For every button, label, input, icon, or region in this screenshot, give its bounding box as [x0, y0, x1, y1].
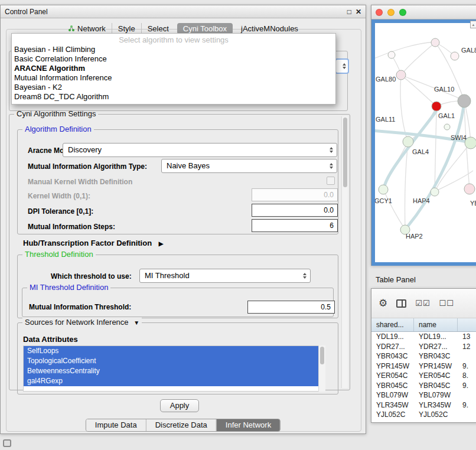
aracne-mode-dropdown[interactable]: Discovery	[63, 143, 337, 157]
network-node[interactable]	[464, 184, 475, 194]
table-header: shared... name	[371, 318, 476, 332]
tab-cyni-toolbox[interactable]: Cyni Toolbox	[177, 23, 233, 34]
attribute-item-selected[interactable]: gal4RGexp	[24, 376, 325, 386]
gear-icon[interactable]: ⚙	[379, 297, 387, 309]
table-row[interactable]: YJL052CYJL052C	[371, 410, 476, 420]
kernel-width-field[interactable]: 0.0	[252, 188, 338, 201]
close-icon[interactable]: ✕	[356, 8, 361, 16]
network-node[interactable]	[444, 124, 450, 130]
stepper-arrows-icon	[330, 163, 333, 169]
tab-infer-network[interactable]: Infer Network	[216, 419, 280, 431]
control-panel-titlebar[interactable]: Control Panel □ ✕	[1, 5, 366, 18]
group-title: MI Threshold Definition	[27, 283, 110, 292]
network-node[interactable]	[403, 136, 413, 147]
table-cell: YBR045C	[371, 381, 414, 391]
attribute-item-selected[interactable]: TopologicalCoefficient	[24, 356, 325, 366]
dropdown-value: Discovery	[68, 145, 102, 154]
table-cell	[458, 351, 476, 361]
mi-algorithm-type-dropdown[interactable]: Naive Bayes	[161, 159, 337, 173]
tab-label: jActiveMNodules	[241, 24, 298, 33]
control-panel-window: Control Panel □ ✕ Network Style Select C	[0, 5, 366, 434]
mi-threshold-field[interactable]: 0.5	[247, 301, 335, 314]
dropdown-placeholder: Select algorithm to view settings	[12, 35, 335, 45]
tab-style[interactable]: Style	[112, 23, 141, 34]
network-node[interactable]	[379, 185, 388, 194]
column-header[interactable]	[458, 318, 476, 331]
stepper-arrows-icon	[343, 63, 346, 69]
deselect-all-icon[interactable]: ☐☐	[439, 299, 454, 308]
which-threshold-dropdown[interactable]: MI Threshold	[139, 269, 311, 283]
table-row[interactable]: YBR043CYBR043C	[371, 351, 476, 361]
settings-scrollbar[interactable]	[341, 116, 348, 388]
table-body: YDL19...YDL19...13YDR27...YDR27...12YBR0…	[371, 332, 476, 422]
sources-group-title[interactable]: Sources for Network Inference ▼	[22, 318, 142, 327]
network-node[interactable]	[451, 52, 459, 60]
attribute-list-scrollbar[interactable]	[318, 345, 325, 392]
table-cell: YER054C	[414, 371, 458, 381]
network-node-label: GAL8	[461, 47, 476, 54]
tab-impute-data[interactable]: Impute Data	[86, 419, 146, 431]
table-row[interactable]: YBR045CYBR045C9.	[371, 381, 476, 391]
network-node[interactable]	[396, 70, 406, 80]
table-cell: YLR345W	[371, 400, 414, 410]
group-title: Algorithm Definition	[22, 125, 94, 133]
network-node[interactable]	[431, 38, 439, 47]
table-row[interactable]: YBL079WYBL079W	[371, 390, 476, 400]
table-cell: 13	[458, 332, 476, 342]
dpi-tolerance-field[interactable]: 0.0	[252, 204, 338, 217]
network-canvas[interactable]: GAL80GAL10GAL11GAL1SWI4GAL4GCY1HAP4HAP2G…	[371, 19, 476, 266]
column-header[interactable]: name	[414, 318, 458, 331]
table-cell: YLR345W	[414, 400, 458, 410]
attribute-item-selected[interactable]: BetweennessCentrality	[24, 366, 325, 376]
network-node[interactable]	[388, 51, 395, 58]
table-row[interactable]: YDL19...YDL19...13	[371, 332, 476, 342]
table-row[interactable]: YPR145WYPR145W9.	[371, 361, 476, 371]
tab-jactivemnodules[interactable]: jActiveMNodules	[235, 23, 304, 34]
expand-arrow-icon[interactable]: ▶	[159, 240, 164, 247]
algorithm-option[interactable]: Bayesian - Hill Climbing	[12, 45, 335, 54]
table-cell: 8.	[458, 371, 476, 381]
select-all-icon[interactable]: ☑☑	[415, 299, 430, 308]
hub-definition-section[interactable]: Hub/Transcription Factor Definition ▶	[23, 239, 163, 247]
mi-steps-field[interactable]: 6	[252, 219, 338, 232]
scroll-up-button[interactable]: ▲	[470, 21, 476, 28]
table-cell: 9.	[458, 381, 476, 391]
network-node-label: GAL4	[412, 148, 429, 155]
collapse-arrow-icon[interactable]: ▼	[133, 319, 139, 326]
algorithm-option[interactable]: Dream8 DC_TDC Algorithm	[12, 92, 335, 102]
table-row[interactable]: YLR345WYLR345W9.	[371, 400, 476, 410]
column-header[interactable]: shared...	[371, 318, 414, 331]
algorithm-option[interactable]: Basic Correlation Inference	[12, 54, 335, 64]
close-traffic-light-icon[interactable]	[376, 9, 383, 16]
network-node[interactable]	[432, 102, 441, 111]
network-node-label: GAL1	[438, 112, 455, 119]
float-icon[interactable]: □	[347, 8, 351, 16]
manual-kernel-width-label: Manual Kernel Width Definition	[28, 178, 132, 186]
algorithm-option-selected[interactable]: ARACNE Algorithm	[12, 64, 335, 73]
algorithm-option[interactable]: Mutual Information Inference	[12, 73, 335, 83]
minimize-traffic-light-icon[interactable]	[387, 9, 395, 16]
algorithm-combo-fragment[interactable]	[335, 58, 349, 74]
attribute-list-scrollbar-thumb[interactable]	[320, 347, 324, 364]
apply-button[interactable]: Apply	[160, 399, 199, 412]
table-row[interactable]: YDR27...YDR27...12	[371, 342, 476, 352]
tab-select[interactable]: Select	[141, 23, 175, 34]
algorithm-option[interactable]: Bayesian - K2	[12, 83, 335, 92]
tab-network[interactable]: Network	[62, 23, 112, 34]
zoom-traffic-light-icon[interactable]	[399, 9, 406, 16]
network-node[interactable]	[431, 188, 439, 196]
tab-discretize-data[interactable]: Discretize Data	[146, 419, 216, 431]
manual-kernel-width-checkbox[interactable]	[327, 177, 335, 185]
column-selector-icon[interactable]	[396, 299, 406, 308]
settings-scrollbar-thumb[interactable]	[343, 118, 347, 187]
network-window-titlebar[interactable]	[371, 5, 476, 19]
network-node[interactable]	[458, 94, 471, 107]
group-title: Threshold Definition	[22, 250, 96, 259]
table-cell	[458, 390, 476, 400]
table-row[interactable]: YER054CYER054C8.	[371, 371, 476, 381]
table-cell: YBR043C	[371, 351, 414, 361]
attribute-item-selected[interactable]: SelfLoops	[24, 346, 325, 356]
dropdown-value: Naive Bayes	[167, 161, 210, 170]
show-panel-icon[interactable]	[3, 439, 11, 447]
network-edge	[383, 190, 405, 229]
